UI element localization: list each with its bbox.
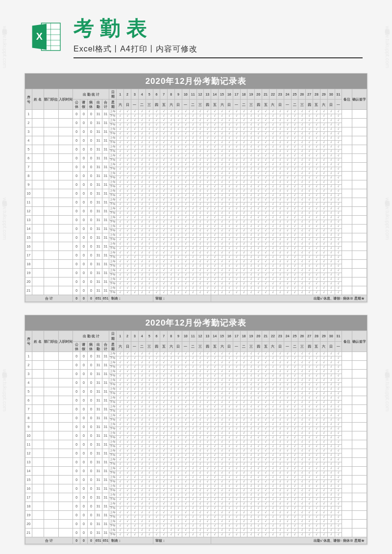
col-weekday: 三 bbox=[196, 100, 204, 110]
col-weekday: 四 bbox=[255, 341, 262, 352]
table-row: 60003131上午√√√√√√√√√√√√√√√√√√√√√√√√√√√√√√… bbox=[25, 396, 367, 400]
col-weekday: 五 bbox=[160, 341, 168, 352]
col-day: 22 bbox=[270, 331, 277, 341]
col-day: 25 bbox=[291, 331, 298, 341]
col-day: 22 bbox=[270, 89, 277, 100]
col-day: 2 bbox=[124, 89, 131, 100]
table-row: 110003131上午√√√√√√√√√√√√√√√√√√√√√√√√√√√√√… bbox=[25, 440, 367, 444]
table-row: 50003131上午√√√√√√√√√√√√√√√√√√√√√√√√√√√√√√… bbox=[25, 387, 367, 391]
table-row: 60003131上午√√√√√√√√√√√√√√√√√√√√√√√√√√√√√√… bbox=[25, 154, 367, 158]
col-stat-group: 出 勤 统 计 bbox=[73, 331, 109, 341]
col-weekday: 一 bbox=[131, 341, 138, 352]
col-day: 16 bbox=[225, 331, 233, 341]
col-day: 11 bbox=[189, 89, 196, 100]
col-weekday: 二 bbox=[240, 341, 247, 352]
col-weekday: 三 bbox=[247, 100, 255, 110]
col-weekday: 二 bbox=[189, 100, 196, 110]
table-row: 170003131上午√√√√√√√√√√√√√√√√√√√√√√√√√√√√√… bbox=[25, 251, 367, 255]
col-weekday: 一 bbox=[131, 100, 138, 110]
table-row: 70003131上午√√√√√√√√√√√√√√√√√√√√√√√√√√√√√√… bbox=[25, 163, 367, 167]
table-row: 140003131上午√√√√√√√√√√√√√√√√√√√√√√√√√√√√√… bbox=[25, 225, 367, 229]
col-name: 姓 名 bbox=[32, 89, 44, 110]
col-hire: 入职时间 bbox=[58, 89, 73, 110]
col-weekday: 六 bbox=[168, 100, 175, 110]
col-day: 19 bbox=[247, 331, 255, 341]
col-header: 请假 bbox=[80, 341, 88, 352]
sheet-title: 2020年12月份考勤记录表 bbox=[25, 315, 367, 330]
table-row: 120003131上午√√√√√√√√√√√√√√√√√√√√√√√√√√√√√… bbox=[25, 449, 367, 453]
page-title: 考勤表 bbox=[74, 15, 363, 42]
table-row: 70003131上午√√√√√√√√√√√√√√√√√√√√√√√√√√√√√√… bbox=[25, 404, 367, 409]
col-weekday: 二 bbox=[291, 341, 298, 352]
col-day: 23 bbox=[276, 89, 284, 100]
col-day: 11 bbox=[189, 331, 196, 341]
col-day: 13 bbox=[204, 331, 211, 341]
col-day: 6 bbox=[153, 331, 160, 341]
col-dept: 部门职位 bbox=[44, 331, 58, 352]
svg-text:X: X bbox=[36, 30, 43, 41]
col-weekday: 三 bbox=[298, 100, 306, 110]
col-day: 26 bbox=[298, 331, 306, 341]
total-row: 合 计000651651制表：审核：出勤√ 休息_ 请假○ 病休※ 星期★ bbox=[25, 537, 367, 544]
col-day: 31 bbox=[335, 331, 342, 341]
col-header: 出勤 bbox=[95, 341, 102, 352]
table-row: 100003131上午√√√√√√√√√√√√√√√√√√√√√√√√√√√√√… bbox=[25, 189, 367, 194]
table-row: 40003131上午√√√√√√√√√√√√√√√√√√√√√√√√√√√√√√… bbox=[25, 378, 367, 382]
col-weekday: 六 bbox=[320, 341, 327, 352]
col-weekday: 六 bbox=[168, 341, 175, 352]
col-weekday: 二 bbox=[240, 100, 247, 110]
col-weekday: 日 bbox=[276, 341, 284, 352]
attendance-table: 序号姓 名部门职位入职时间出 勤 统 计日期123456789101112131… bbox=[25, 330, 367, 544]
col-weekday: 三 bbox=[298, 341, 306, 352]
col-sign: 确认签字 bbox=[352, 89, 367, 110]
table-row: 90003131上午√√√√√√√√√√√√√√√√√√√√√√√√√√√√√√… bbox=[25, 422, 367, 427]
col-day: 16 bbox=[225, 89, 233, 100]
col-header: 病休 bbox=[87, 100, 95, 110]
attendance-sheet-2: 2020年12月份考勤记录表序号姓 名部门职位入职时间出 勤 统 计日期1234… bbox=[24, 315, 368, 544]
col-sign: 确认签字 bbox=[352, 331, 367, 352]
table-row: 190003131上午√√√√√√√√√√√√√√√√√√√√√√√√√√√√√… bbox=[25, 510, 367, 515]
table-row: 130003131上午√√√√√√√√√√√√√√√√√√√√√√√√√√√√√… bbox=[25, 216, 367, 220]
col-weekday: 一 bbox=[182, 100, 189, 110]
table-row: 50003131上午√√√√√√√√√√√√√√√√√√√√√√√√√√√√√√… bbox=[25, 145, 367, 150]
col-day: 29 bbox=[320, 331, 327, 341]
col-day: 3 bbox=[131, 89, 138, 100]
watermark: 熊猫办公 www.tukuppt.com bbox=[1, 25, 8, 68]
col-day: 17 bbox=[233, 331, 240, 341]
col-weekday: 三 bbox=[146, 100, 153, 110]
col-day: 14 bbox=[211, 331, 219, 341]
col-weekday: 四 bbox=[153, 341, 160, 352]
col-day: 19 bbox=[247, 89, 255, 100]
col-weekday: 五 bbox=[211, 341, 219, 352]
col-weekday: 五 bbox=[211, 100, 219, 110]
watermark: 熊猫办公 www.tukuppt.com bbox=[384, 368, 391, 411]
col-day: 14 bbox=[211, 89, 219, 100]
col-day: 1 bbox=[117, 89, 124, 100]
col-day: 5 bbox=[146, 331, 153, 341]
col-dept: 部门职位 bbox=[44, 89, 58, 110]
col-weekday: 一 bbox=[182, 341, 189, 352]
col-weekday: 一 bbox=[284, 341, 291, 352]
col-week-label: 星期 bbox=[109, 100, 117, 110]
col-weekday: 三 bbox=[247, 341, 255, 352]
col-weekday: 一 bbox=[335, 100, 342, 110]
table-row: 190003131上午√√√√√√√√√√√√√√√√√√√√√√√√√√√√√… bbox=[25, 269, 367, 273]
col-weekday: 日 bbox=[124, 100, 131, 110]
table-row: 160003131上午√√√√√√√√√√√√√√√√√√√√√√√√√√√√√… bbox=[25, 242, 367, 247]
watermark: 熊猫办公 www.tukuppt.com bbox=[1, 196, 8, 240]
col-day: 30 bbox=[327, 89, 335, 100]
col-day: 7 bbox=[160, 331, 168, 341]
col-day: 24 bbox=[284, 331, 291, 341]
col-day: 8 bbox=[168, 89, 175, 100]
col-weekday: 三 bbox=[196, 341, 204, 352]
col-weekday: 五 bbox=[160, 100, 168, 110]
col-header: 合计 bbox=[102, 341, 109, 352]
col-weekday: 日 bbox=[327, 341, 335, 352]
col-remark: 备注 bbox=[342, 89, 352, 110]
col-weekday: 六 bbox=[270, 341, 277, 352]
col-weekday: 日 bbox=[276, 100, 284, 110]
table-row: 10003131上午√√√√√√√√√√√√√√√√√√√√√√√√√√√√√√… bbox=[25, 352, 367, 356]
table-row: 200003131上午√√√√√√√√√√√√√√√√√√√√√√√√√√√√√… bbox=[25, 519, 367, 524]
sheet-title: 2020年12月份考勤记录表 bbox=[25, 74, 367, 89]
col-stat-group: 出 勤 统 计 bbox=[73, 89, 109, 100]
